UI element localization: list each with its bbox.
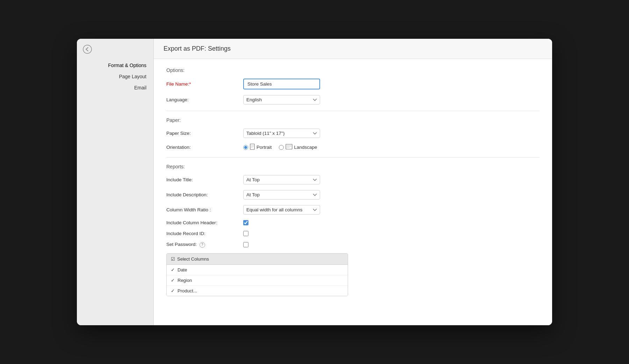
set-password-wrap [243,242,362,247]
paper-heading: Paper: [166,117,540,123]
list-item[interactable]: ✓ Product... [167,286,348,296]
landscape-label: Landscape [294,145,317,150]
back-button[interactable] [80,42,94,56]
main-body: Options: File Name:* Language: English F [154,59,552,325]
set-password-row: Set Password: ? [166,242,362,248]
language-select[interactable]: English French Spanish German [243,95,320,104]
main-header: Export as PDF: Settings [154,39,552,59]
list-item[interactable]: ✓ Region [167,275,348,286]
select-columns-header[interactable]: ☑ Select Columns [167,254,348,265]
orientation-row: Orientation: [166,144,362,151]
sidebar-item-email[interactable]: Email [77,82,153,93]
options-section: Options: File Name:* Language: English F [166,67,540,104]
language-label: Language: [166,97,243,102]
paper-section: Paper: Paper Size: Letter (8.5" x 11") T… [166,117,540,151]
sidebar: Format & Options Page Layout Email [77,39,154,325]
divider-1 [166,111,540,111]
include-description-label: Include Description: [166,192,243,197]
include-column-header-row: Include Column Header: [166,220,362,225]
file-name-row: File Name:* [166,79,362,89]
include-title-wrap: At Top At Bottom None [243,175,362,184]
product-check-icon: ✓ [171,288,175,293]
set-password-label: Set Password: ? [166,242,243,248]
set-password-help-icon[interactable]: ? [200,242,205,248]
column-width-wrap: Equal width for all columns Auto [243,205,362,214]
paper-size-row: Paper Size: Letter (8.5" x 11") Tabloid … [166,129,362,138]
include-description-select[interactable]: At Top At Bottom None [243,190,320,199]
list-item[interactable]: ✓ Date [167,265,348,275]
portrait-label: Portrait [256,145,272,150]
landscape-option[interactable]: Landscape [279,144,317,151]
reports-heading: Reports: [166,164,540,169]
column-width-label: Column Width Ratio : [166,207,243,212]
select-columns-table: ☑ Select Columns ✓ Date ✓ Region ✓ Produ… [166,253,348,296]
file-name-wrap [243,79,362,89]
paper-size-wrap: Letter (8.5" x 11") Tabloid (11" x 17") … [243,129,362,138]
include-description-row: Include Description: At Top At Bottom No… [166,190,362,199]
orientation-wrap: Portrait [243,144,362,151]
paper-size-label: Paper Size: [166,131,243,136]
include-record-id-wrap [243,231,362,236]
portrait-doc-icon [250,144,255,151]
paper-size-select[interactable]: Letter (8.5" x 11") Tabloid (11" x 17") … [243,129,320,138]
portrait-radio[interactable] [243,145,248,150]
select-columns-header-label: Select Columns [177,256,209,262]
sidebar-item-page-layout[interactable]: Page Layout [77,71,153,82]
include-description-wrap: At Top At Bottom None [243,190,362,199]
svg-point-0 [83,45,92,53]
include-record-id-checkbox[interactable] [243,231,248,236]
include-column-header-label: Include Column Header: [166,220,243,225]
set-password-checkbox[interactable] [243,242,248,247]
include-column-header-wrap [243,220,362,225]
date-check-icon: ✓ [171,267,175,272]
include-record-id-label: Include Record ID: [166,231,243,236]
file-name-label: File Name:* [166,81,243,87]
language-row: Language: English French Spanish German [166,95,362,104]
column-width-row: Column Width Ratio : Equal width for all… [166,205,362,214]
options-heading: Options: [166,67,540,73]
reports-section: Reports: Include Title: At Top At Bottom… [166,164,540,248]
region-label: Region [178,278,192,283]
product-label: Product... [178,288,197,293]
orientation-label: Orientation: [166,145,243,150]
date-label: Date [178,267,187,272]
sidebar-item-format-options[interactable]: Format & Options [77,60,153,71]
include-column-header-checkbox[interactable] [243,220,248,225]
portrait-option[interactable]: Portrait [243,144,272,151]
landscape-doc-icon [285,144,292,151]
include-record-id-row: Include Record ID: [166,231,362,236]
column-width-select[interactable]: Equal width for all columns Auto [243,205,320,214]
include-title-select[interactable]: At Top At Bottom None [243,175,320,184]
page-title: Export as PDF: Settings [164,45,542,52]
language-wrap: English French Spanish German [243,95,362,104]
landscape-radio[interactable] [279,145,284,150]
region-check-icon: ✓ [171,278,175,283]
svg-rect-1 [250,144,254,150]
main-window: Format & Options Page Layout Email Expor… [77,39,552,325]
svg-rect-5 [286,144,292,149]
file-name-input[interactable] [243,79,320,89]
main-content: Export as PDF: Settings Options: File Na… [154,39,552,325]
divider-2 [166,157,540,158]
include-title-label: Include Title: [166,177,243,182]
include-title-row: Include Title: At Top At Bottom None [166,175,362,184]
select-columns-check-icon: ☑ [171,256,175,262]
